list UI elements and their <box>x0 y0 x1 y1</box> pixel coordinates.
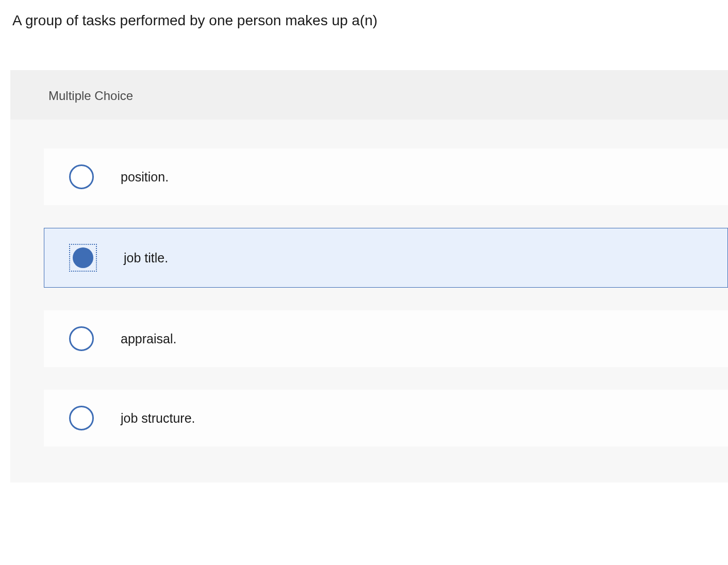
option-label: position. <box>121 170 169 185</box>
question-text: A group of tasks performed by one person… <box>0 0 728 29</box>
option-job-title[interactable]: job title. <box>44 228 728 288</box>
option-position[interactable]: position. <box>44 148 728 205</box>
radio-circle-icon <box>69 326 94 351</box>
radio-circle-icon <box>69 406 94 430</box>
question-type-header: Multiple Choice <box>10 70 728 120</box>
radio-inner-icon <box>73 247 93 268</box>
option-appraisal[interactable]: appraisal. <box>44 310 728 367</box>
radio-circle-icon <box>69 244 97 272</box>
radio-circle-icon <box>69 164 94 189</box>
option-label: job structure. <box>121 411 195 426</box>
option-label: appraisal. <box>121 331 176 346</box>
options-area: position. job title. appraisal. job stru… <box>10 120 728 483</box>
quiz-container: Multiple Choice position. job title. app… <box>10 70 728 483</box>
option-label: job title. <box>124 251 168 265</box>
option-job-structure[interactable]: job structure. <box>44 390 728 446</box>
